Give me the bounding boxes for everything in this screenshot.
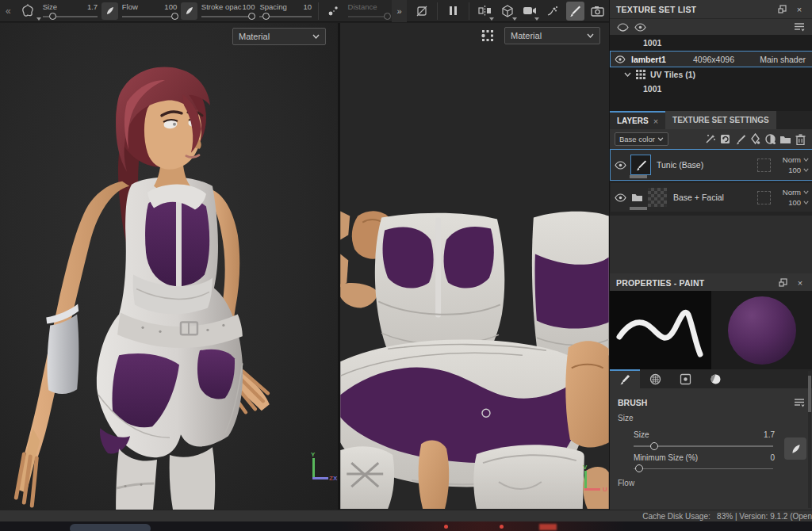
- folder-icon: [631, 193, 643, 202]
- axis-gizmo-3d: Y ZX: [309, 451, 336, 489]
- properties-paint-header: PROPERTIES - PAINT ×: [610, 273, 812, 292]
- brush-size-knob[interactable]: [650, 442, 658, 450]
- add-smart-material-button[interactable]: [703, 132, 718, 147]
- layer-visibility-eye-icon[interactable]: [614, 191, 626, 204]
- min-size-knob[interactable]: [635, 464, 643, 472]
- flow-slider-knob[interactable]: [171, 13, 178, 20]
- spacing-label: Spacing: [259, 3, 286, 11]
- size-slider-knob[interactable]: [49, 13, 56, 20]
- projection-mode-button[interactable]: [498, 2, 516, 21]
- add-folder-button[interactable]: [778, 132, 793, 147]
- background-window-strip: [0, 521, 812, 531]
- eye-icon[interactable]: [634, 21, 646, 33]
- chevron-down-icon: [534, 17, 539, 21]
- channel-filter-dropdown[interactable]: Base color: [615, 132, 668, 146]
- flow-label: Flow: [122, 3, 138, 11]
- add-paint-layer-button[interactable]: [733, 132, 748, 147]
- toggle-all-visibility-button[interactable]: [616, 21, 629, 33]
- uv-shading-mode-dropdown[interactable]: Material: [504, 27, 600, 44]
- paint-tool-button[interactable]: [566, 2, 584, 21]
- lazy-mouse-button[interactable]: [413, 2, 431, 21]
- add-mask-button[interactable]: [763, 132, 778, 147]
- layers-toolbar: Base color: [610, 129, 812, 149]
- undock-panel-button[interactable]: [776, 277, 789, 289]
- stroke-opacity-label: Stroke opac: [201, 3, 242, 11]
- material-sphere-preview: [711, 291, 812, 369]
- viewport-2d-uv[interactable]: Material V U: [340, 23, 609, 510]
- tab-material[interactable]: [700, 369, 730, 388]
- pause-engine-button[interactable]: [444, 2, 462, 21]
- axis-zx-line: [312, 477, 328, 479]
- brush-alpha-shape-button[interactable]: [15, 2, 40, 21]
- close-panel-button[interactable]: ×: [793, 3, 806, 16]
- viewport-3d[interactable]: Material Y ZX: [0, 23, 338, 510]
- toolbar-stroke-opacity-slider[interactable]: Stroke opac 100: [201, 0, 255, 22]
- layer-mask-slot[interactable]: [757, 191, 771, 204]
- close-tab-icon[interactable]: ×: [653, 117, 658, 126]
- layer-row-tunic-base[interactable]: Tunic (Base) Norm 100: [610, 149, 812, 181]
- uv-tile-row-1001[interactable]: 1001: [610, 82, 812, 95]
- chevron-down-icon: [657, 137, 664, 141]
- tab-alpha[interactable]: [640, 369, 670, 388]
- camera-mode-button[interactable]: [521, 2, 539, 21]
- layer-opacity-dropdown[interactable]: 100: [788, 197, 809, 208]
- toolbar-separator: [437, 2, 438, 20]
- video-camera-icon: [523, 6, 537, 16]
- toolbar-size-slider[interactable]: Size 1.7: [43, 0, 98, 22]
- layer-drag-indicator: [630, 207, 647, 210]
- axis-gizmo-uv: V U: [581, 464, 608, 500]
- background-red-dot: [500, 525, 504, 529]
- flow-value: 100: [164, 3, 177, 11]
- layer-mask-slot[interactable]: [757, 159, 771, 172]
- particles-tool-button[interactable]: [543, 2, 561, 21]
- min-size-slider[interactable]: [634, 468, 773, 470]
- stroke-opacity-knob[interactable]: [248, 13, 255, 20]
- tab-brush[interactable]: [610, 369, 640, 388]
- axis-zx-label: ZX: [329, 475, 337, 482]
- size-pressure-button[interactable]: [102, 2, 118, 20]
- toolbar-spacing-slider[interactable]: Spacing 10: [259, 0, 312, 22]
- toolbar-flow-slider[interactable]: Flow 100: [122, 0, 177, 22]
- pen-pressure-icon: [790, 443, 802, 455]
- tab-texture-set-settings[interactable]: TEXTURE SET SETTINGS: [665, 111, 776, 129]
- shading-mode-dropdown[interactable]: Material: [232, 28, 326, 45]
- texture-set-row-lambert1[interactable]: lambert1 4096x4096 Main shader: [610, 51, 812, 67]
- texture-set-shader[interactable]: Main shader: [752, 55, 809, 64]
- spacing-slider-knob[interactable]: [262, 13, 270, 20]
- layer-opacity-dropdown[interactable]: 100: [788, 165, 809, 175]
- layer-stack: Tunic (Base) Norm 100 Base + Fa: [610, 149, 812, 216]
- brush-size-pressure-button[interactable]: [784, 437, 806, 460]
- add-effect-button[interactable]: [748, 132, 763, 147]
- uv-tiles-group-row[interactable]: UV Tiles (1): [610, 67, 812, 82]
- symmetry-button[interactable]: [476, 2, 494, 21]
- toolbar-collapse-button[interactable]: «: [0, 6, 15, 17]
- list-filter-icon[interactable]: [793, 21, 806, 33]
- uv-tile-row-top[interactable]: 1001: [610, 35, 812, 51]
- add-fill-layer-button[interactable]: [718, 132, 733, 147]
- symmetry-icon: [478, 5, 492, 17]
- layer-row-base-facial[interactable]: Base + Facial Norm 100: [610, 182, 812, 212]
- character-model: [0, 23, 338, 510]
- section-menu-icon[interactable]: [794, 398, 805, 407]
- scrollbar-thumb[interactable]: [808, 376, 811, 412]
- tab-stencil[interactable]: [670, 369, 700, 388]
- properties-scrollbar[interactable]: [808, 371, 811, 508]
- projection-photo-button[interactable]: [589, 2, 607, 21]
- delete-layer-button[interactable]: [793, 132, 808, 147]
- blend-mode-dropdown[interactable]: Norm: [783, 155, 809, 165]
- blend-mode-dropdown[interactable]: Norm: [783, 187, 809, 197]
- status-bar: Cache Disk Usage: 83% | Version: 9.1.2 (…: [0, 510, 812, 521]
- paint-layer-thumbnail[interactable]: [631, 155, 650, 174]
- close-panel-button[interactable]: ×: [794, 277, 806, 289]
- uv-tile-grid-icon[interactable]: [481, 29, 494, 45]
- brush-size-slider[interactable]: [634, 445, 773, 447]
- tab-layers[interactable]: LAYERS ×: [610, 111, 665, 129]
- uv-texture-islands: [340, 23, 609, 510]
- eye-icon[interactable]: [614, 53, 626, 66]
- toolbar-expand-button[interactable]: »: [392, 0, 407, 22]
- folder-layer-thumbnail[interactable]: [648, 188, 667, 207]
- flow-pressure-button[interactable]: [181, 2, 197, 20]
- cube-icon: [501, 5, 514, 17]
- undock-panel-button[interactable]: [776, 3, 788, 16]
- layer-visibility-eye-icon[interactable]: [614, 159, 626, 171]
